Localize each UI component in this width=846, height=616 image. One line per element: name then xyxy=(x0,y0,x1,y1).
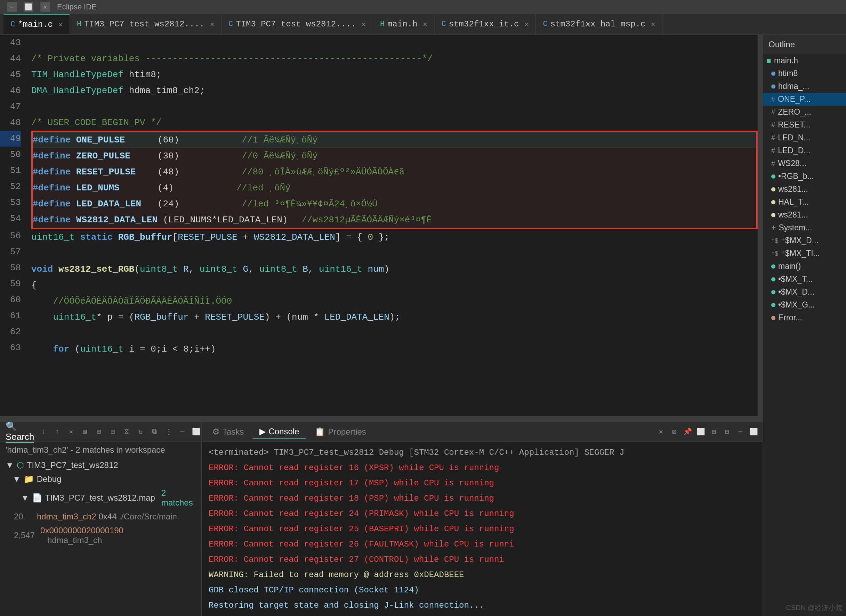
outline-item-ZERO-PULSE[interactable]: # ZERO_... xyxy=(763,106,846,119)
outline-item-htim8[interactable]: htim8 xyxy=(763,67,846,80)
outline-label-MX-D: ⁺$MX_D... xyxy=(781,236,818,245)
outline-hash-WS2812: # xyxy=(771,160,775,167)
code-line-54: #define WS2812_DATA_LEN (LED_NUMS*LED_DA… xyxy=(33,212,756,228)
console-line-5: ERROR: Cannot read register 25 (BASEPRI)… xyxy=(209,522,756,537)
tab-close-stm32-it[interactable]: ✕ xyxy=(524,20,528,28)
search-panel-icons: ↓ ↑ ✕ ⊠ ⊞ ⊟ ⧖ ↻ ⧉ ⋮ — ⬜ xyxy=(38,426,202,437)
console-icon3[interactable]: ⊟ xyxy=(721,426,733,437)
tab-close-main-c[interactable]: ✕ xyxy=(59,20,63,29)
match-highlight-text-1: hdma_tim3_ch2 xyxy=(37,512,96,521)
search-collapse-button[interactable]: ⊟ xyxy=(107,426,118,437)
tab-icon-main-c: C xyxy=(10,20,15,29)
outline-item-ws281-2[interactable]: ws281... xyxy=(763,208,846,221)
search-menu-button[interactable]: ⋮ xyxy=(163,426,174,437)
search-delete-button[interactable]: ⊠ xyxy=(79,426,90,437)
outline-label-Error: Error... xyxy=(778,313,802,323)
search-match-2[interactable]: 2,547 0x0000000020000190 hdma_tim3_ch xyxy=(0,524,201,547)
outline-item-main-fn[interactable]: main() xyxy=(763,260,846,273)
console-pin-button[interactable]: 📌 xyxy=(682,426,693,437)
search-close-button[interactable]: ✕ xyxy=(65,426,77,437)
tab-tim3-1[interactable]: H TIM3_PC7_test_ws2812.... ✕ xyxy=(70,14,222,34)
outline-item-HAL-T[interactable]: HAL_T... xyxy=(763,196,846,208)
console-icon2[interactable]: ⊞ xyxy=(708,426,719,437)
tab-close-tim3-2[interactable]: ✕ xyxy=(362,20,366,28)
outline-item-MX-D[interactable]: ⁺$ ⁺$MX_D... xyxy=(763,234,846,247)
console-content[interactable]: <terminated> TIM3_PC7_test_ws2812 Debug … xyxy=(202,441,762,616)
search-results-tree[interactable]: ▼ ⬡ TIM3_PC7_test_ws2812 ▼ 📁 Debug ▼ 📄 xyxy=(0,458,201,616)
line-numbers: 43 44 45 46 47 48 49 50 51 52 53 54 56 5… xyxy=(0,35,28,416)
search-copy-button[interactable]: ⧉ xyxy=(149,426,160,437)
console-line-9: GDB closed TCP/IP connection (Socket 112… xyxy=(209,583,756,598)
outline-item-ws281-1[interactable]: ws281... xyxy=(763,183,846,196)
outline-dot-MX-D2 xyxy=(771,290,775,294)
search-map-file[interactable]: ▼ 📄 TIM3_PC7_test_ws2812.map 2 matches xyxy=(0,486,201,510)
tab-stm32-it[interactable]: C stm32f1xx_it.c ✕ xyxy=(435,14,536,34)
outline-item-ONE-PULSE[interactable]: # ONE_P... xyxy=(763,93,846,106)
outline-hash-LED-DATA-LEN: # xyxy=(771,147,775,155)
search-debug-folder[interactable]: ▼ 📁 Debug xyxy=(0,472,201,486)
window-minimize-button[interactable]: — xyxy=(7,2,17,12)
code-content[interactable]: /* Private variables -------------------… xyxy=(28,35,758,416)
search-filter-button[interactable]: ⧖ xyxy=(121,426,132,437)
outline-item-LED-NUMS[interactable]: # LED_N... xyxy=(763,131,846,144)
code-line-46: DMA_HandleTypeDef hdma_tim8_ch2; xyxy=(31,83,758,99)
search-project-node[interactable]: ▼ ⬡ TIM3_PC7_test_ws2812 xyxy=(0,458,201,472)
tab-label-main-c: *main.c xyxy=(18,20,53,29)
outline-item-LED-DATA-LEN[interactable]: # LED_D... xyxy=(763,144,846,157)
search-next-button[interactable]: ↓ xyxy=(38,426,49,437)
outline-item-MX-GL[interactable]: •$MX_G... xyxy=(763,298,846,311)
search-prev-button[interactable]: ↑ xyxy=(51,426,63,437)
tab-stm32-hal[interactable]: C stm32f1xx_hal_msp.c ✕ xyxy=(536,14,662,34)
tab-close-main-h[interactable]: ✕ xyxy=(423,20,427,28)
console-clear-button[interactable]: ⊠ xyxy=(669,426,680,437)
tab-properties[interactable]: 📋 Properties xyxy=(308,425,373,439)
tasks-icon: ⚙ xyxy=(212,427,220,437)
search-pin-button[interactable]: — xyxy=(177,426,188,437)
tab-main-h[interactable]: H main.h ✕ xyxy=(373,14,435,34)
search-tab[interactable]: 🔍 Search xyxy=(6,422,34,443)
outline-item-WS2812[interactable]: # WS28... xyxy=(763,157,846,170)
outline-item-Error[interactable]: Error... xyxy=(763,311,846,324)
console-close-button[interactable]: ✕ xyxy=(655,426,667,437)
editor-tab-bar: C *main.c ✕ H TIM3_PC7_test_ws2812.... ✕… xyxy=(0,14,846,35)
code-editor[interactable]: 43 44 45 46 47 48 49 50 51 52 53 54 56 5… xyxy=(0,35,762,416)
console-icon5[interactable]: ⬜ xyxy=(748,426,759,437)
debug-folder-label: Debug xyxy=(37,474,62,484)
search-match-1[interactable]: 20 hdma_tim3_ch2 0x44 ./Core/Src/main. xyxy=(0,510,201,524)
code-line-59: { xyxy=(31,277,758,293)
tab-console[interactable]: ▶ Console xyxy=(252,425,306,439)
console-icon4[interactable]: — xyxy=(735,426,746,437)
properties-tab-label: Properties xyxy=(328,427,366,437)
outline-item-MX-TI[interactable]: ⁺$ ⁺$MX_TI... xyxy=(763,247,846,260)
outline-item-RESET-PULSE[interactable]: # RESET... xyxy=(763,119,846,131)
search-title-label: Search xyxy=(6,431,34,442)
editor-h-scroll[interactable] xyxy=(0,416,762,421)
window-bar: — ⬜ ✕ Eclipse IDE xyxy=(0,0,846,14)
outline-item-MX-D2[interactable]: •$MX_D... xyxy=(763,286,846,298)
outline-dot-main-fn xyxy=(771,264,775,268)
console-tab-label: Console xyxy=(268,427,299,436)
outline-label-hdma: hdma_... xyxy=(778,82,809,91)
tab-tim3-2[interactable]: C TIM3_PC7_test_ws2812.... ✕ xyxy=(222,14,373,34)
define-block: #define ONE_PULSE (60) //1 Ãë¼ÆÑý¸öÑý #d… xyxy=(31,131,758,229)
outline-item-RGB-b[interactable]: •RGB_b... xyxy=(763,170,846,183)
outline-item-System1[interactable]: + System... xyxy=(763,221,846,234)
window-close-button[interactable]: ✕ xyxy=(40,2,50,12)
outline-item-MX-T1[interactable]: •$MX_T... xyxy=(763,273,846,286)
search-expand-button[interactable]: ⊞ xyxy=(93,426,104,437)
search-refresh-button[interactable]: ↻ xyxy=(135,426,146,437)
tab-tasks[interactable]: ⚙ Tasks xyxy=(205,425,251,439)
outline-item-hdma[interactable]: hdma_... xyxy=(763,80,846,93)
console-icon1[interactable]: ⬜ xyxy=(695,426,706,437)
tab-main-c[interactable]: C *main.c ✕ xyxy=(3,14,70,34)
window-maximize-button[interactable]: ⬜ xyxy=(24,2,33,12)
tab-close-tim3-1[interactable]: ✕ xyxy=(210,20,214,28)
outline-item-main-h[interactable]: ■ main.h xyxy=(763,54,846,67)
map-file-label: TIM3_PC7_test_ws2812.map xyxy=(45,493,155,503)
outline-hash-RESET-PULSE: # xyxy=(771,121,775,129)
match-extra-1: 0x44 xyxy=(99,512,116,521)
code-line-62 xyxy=(31,325,758,341)
editor-scrollbar[interactable] xyxy=(758,35,762,416)
tab-close-stm32-hal[interactable]: ✕ xyxy=(651,20,655,28)
search-maximize-button[interactable]: ⬜ xyxy=(191,426,202,437)
